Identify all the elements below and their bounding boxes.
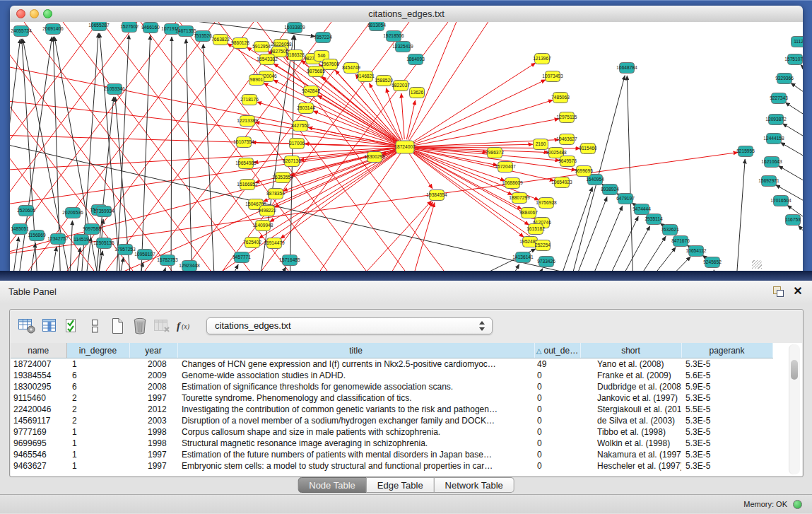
- graph-node[interactable]: 21053346: [104, 84, 125, 95]
- graph-edge[interactable]: [627, 76, 633, 272]
- graph-node[interactable]: 12975115: [557, 112, 577, 123]
- graph-edge[interactable]: [660, 223, 664, 226]
- graph-node[interactable]: 12342757: [47, 234, 69, 245]
- graph-node[interactable]: 6822037: [392, 81, 410, 91]
- column-header-in_degree[interactable]: in_degree: [66, 343, 129, 358]
- tab-edge-table[interactable]: Edge Table: [367, 477, 435, 493]
- graph-node[interactable]: 2935114: [645, 214, 663, 225]
- graph-node[interactable]: 16210643: [761, 157, 782, 168]
- graph-node[interactable]: 8215955: [736, 146, 755, 157]
- graph-node[interactable]: 8813054: [367, 22, 386, 31]
- graph-node[interactable]: 2803144: [297, 103, 315, 114]
- float-panel-icon[interactable]: [772, 286, 784, 298]
- graph-node[interactable]: 8471676: [671, 236, 690, 247]
- graph-node[interactable]: 17957253: [114, 245, 136, 255]
- graph-edge[interactable]: [28, 243, 35, 272]
- graph-node[interactable]: 1156869: [28, 230, 46, 241]
- graph-node[interactable]: 114519: [73, 235, 89, 245]
- graph-edge[interactable]: [412, 100, 553, 144]
- graph-edge[interactable]: [736, 159, 745, 272]
- window-minimize-button[interactable]: [30, 9, 39, 18]
- tab-network-table[interactable]: Network Table: [435, 477, 514, 493]
- row-height-button[interactable]: [83, 315, 106, 337]
- table-row[interactable]: 946362711997Embryonic stem cells: a mode…: [11, 460, 772, 472]
- table-row[interactable]: 977716911998Corpus callosum shape and si…: [11, 426, 772, 438]
- graph-node[interactable]: 15720407: [495, 162, 516, 173]
- graph-edge[interactable]: [632, 203, 635, 205]
- graph-node[interactable]: 24055724: [11, 26, 32, 37]
- graph-node[interactable]: 7663822: [211, 35, 230, 45]
- graph-edge[interactable]: [779, 166, 803, 192]
- graph-edge[interactable]: [141, 35, 151, 272]
- graph-node[interactable]: 1588520: [375, 76, 393, 86]
- graph-node[interactable]: 18724007: [394, 141, 416, 153]
- graph-node[interactable]: 18807299: [509, 193, 530, 204]
- create-column-button[interactable]: [106, 315, 129, 337]
- graph-node[interactable]: 9329366: [775, 74, 794, 84]
- graph-node[interactable]: 1485051: [11, 224, 29, 235]
- graph-edge[interactable]: [781, 143, 803, 167]
- graph-node[interactable]: 12923448: [179, 261, 200, 271]
- graph-edge[interactable]: [411, 63, 536, 143]
- graph-node[interactable]: 9875685: [307, 66, 325, 77]
- graph-edge[interactable]: [322, 76, 399, 142]
- network-canvas[interactable]: 2405572420691406106552871527602846616010…: [10, 22, 803, 272]
- window-zoom-button[interactable]: [43, 9, 52, 18]
- graph-node[interactable]: 9649578: [558, 156, 577, 167]
- graph-node[interactable]: 9097588: [83, 224, 101, 235]
- graph-node[interactable]: 7515526: [194, 31, 212, 42]
- resize-grip[interactable]: [752, 260, 762, 269]
- graph-edge[interactable]: [603, 216, 638, 272]
- graph-node[interactable]: 19384554: [426, 190, 447, 201]
- graph-node[interactable]: 10688609: [502, 178, 523, 189]
- table-row[interactable]: 1456911722003Disruption of a novel membe…: [11, 415, 772, 426]
- graph-edge[interactable]: [799, 226, 803, 251]
- graph-node[interactable]: 18300295: [364, 152, 385, 163]
- network-table-selector[interactable]: citations_edges.txt: [206, 317, 493, 334]
- graph-node[interactable]: 9457771: [233, 252, 251, 263]
- table-settings-button[interactable]: [16, 315, 38, 337]
- graph-node[interactable]: 12444158: [763, 134, 784, 144]
- close-panel-icon[interactable]: ✕: [792, 285, 804, 298]
- graph-node[interactable]: 10654112: [686, 246, 707, 257]
- graph-edge[interactable]: [556, 187, 592, 272]
- table-row[interactable]: 2242004622012Investigating the contribut…: [11, 404, 772, 415]
- graph-edge[interactable]: [10, 148, 397, 206]
- graph-edge[interactable]: [349, 201, 432, 272]
- graph-node[interactable]: 15166852: [237, 180, 258, 190]
- graph-node[interactable]: 9474444: [632, 204, 651, 215]
- graph-edge[interactable]: [571, 197, 607, 272]
- graph-node[interactable]: 98901: [249, 75, 264, 86]
- graph-node[interactable]: 9699695: [575, 166, 593, 177]
- graph-node[interactable]: 6479197: [616, 194, 635, 204]
- graph-edge[interactable]: [587, 206, 623, 272]
- table-row[interactable]: 946554611997Estimation of the future num…: [11, 449, 772, 460]
- graph-node[interactable]: 11409948: [253, 221, 273, 231]
- graph-node[interactable]: 10655287: [88, 22, 110, 31]
- graph-node[interactable]: 2520605: [17, 206, 35, 216]
- graph-node[interactable]: 1615182: [526, 224, 545, 235]
- graph-edge[interactable]: [791, 83, 803, 105]
- graph-node[interactable]: 8878354: [266, 189, 285, 199]
- graph-node[interactable]: 9115460: [579, 144, 597, 154]
- graph-node[interactable]: 12093872: [765, 115, 787, 125]
- graph-node[interactable]: 9884067: [519, 208, 538, 218]
- graph-node[interactable]: 7485063: [551, 93, 570, 103]
- graph-node[interactable]: 9860128: [231, 38, 249, 49]
- graph-edge[interactable]: [49, 247, 57, 272]
- function-builder-button[interactable]: f (x): [174, 315, 196, 337]
- graph-edge[interactable]: [401, 93, 404, 139]
- graph-node[interactable]: 19654985: [235, 158, 257, 169]
- graph-node[interactable]: 17016504: [770, 196, 792, 206]
- graph-node[interactable]: 317006: [289, 139, 305, 149]
- scrollbar-thumb[interactable]: [791, 360, 798, 380]
- tab-node-table[interactable]: Node Table: [298, 477, 367, 493]
- graph-node[interactable]: 8938924: [601, 185, 619, 195]
- table-row[interactable]: 1938455462009Genome-wide association stu…: [11, 370, 772, 381]
- graph-node[interactable]: 1213967: [533, 54, 551, 64]
- graph-node[interactable]: 2160: [534, 139, 548, 150]
- graph-edge[interactable]: [409, 22, 498, 141]
- column-header-title[interactable]: title: [177, 343, 534, 358]
- graph-edge[interactable]: [642, 247, 676, 272]
- window-titlebar[interactable]: citations_edges.txt: [10, 6, 803, 23]
